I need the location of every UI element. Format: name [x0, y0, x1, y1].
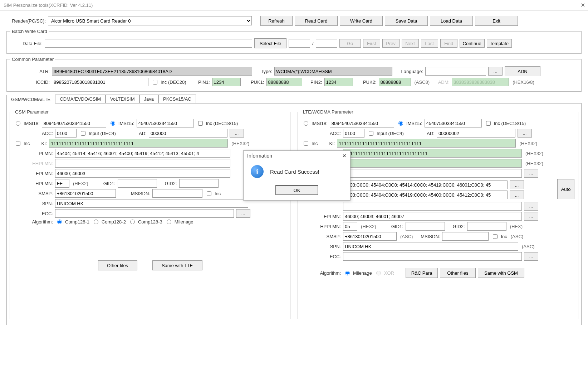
batch-page1-input[interactable]: [289, 39, 310, 48]
prev-button[interactable]: Prev: [382, 39, 400, 48]
gsm-ki-inc-checkbox[interactable]: [16, 141, 20, 146]
lte-ki-inc-checkbox[interactable]: [304, 141, 308, 146]
adm-input[interactable]: [452, 78, 509, 86]
gsm-msisdn-input[interactable]: [152, 189, 202, 198]
gsm-ad-ellipsis-button[interactable]: ...: [230, 129, 244, 138]
atr-input[interactable]: [52, 67, 252, 76]
last-button[interactable]: Last: [421, 39, 438, 48]
save-data-button[interactable]: Save Data: [385, 16, 428, 26]
dialog-close-icon[interactable]: ✕: [342, 153, 347, 159]
lte-ecc-input[interactable]: [343, 252, 522, 261]
lte-fplmn-input[interactable]: [343, 212, 522, 221]
gsm-gid2-input[interactable]: [179, 179, 219, 188]
read-card-button[interactable]: Read Card: [295, 16, 338, 26]
lte-ki-input[interactable]: [337, 139, 516, 148]
first-button[interactable]: First: [363, 39, 380, 48]
lte-partial3-ellipsis-button[interactable]: ...: [524, 202, 538, 211]
tab-gsm-wcdma-lte[interactable]: GSM/WCDMA/LTE: [6, 95, 55, 103]
lte-row2-input[interactable]: [343, 191, 508, 199]
lte-fplmn-ellipsis-button[interactable]: ...: [524, 212, 538, 221]
adn-button[interactable]: ADN: [505, 66, 540, 76]
language-ellipsis-button[interactable]: ...: [488, 67, 503, 76]
type-input[interactable]: [274, 67, 392, 76]
gsm-acc-input[interactable]: [55, 129, 77, 138]
lte-imsi15-input[interactable]: [425, 119, 482, 127]
lte-same-gsm-button[interactable]: Same with GSM: [478, 268, 524, 278]
gsm-other-files-button[interactable]: Other files: [98, 260, 137, 270]
reader-select[interactable]: Alcor Micro USB Smart Card Reader 0: [48, 16, 252, 25]
tab-volte-isim[interactable]: VoLTE/ISIM: [106, 95, 139, 103]
gsm-alg-comp1281-radio[interactable]: [57, 220, 62, 224]
lte-hpplmn-input[interactable]: [343, 222, 357, 231]
lte-partial1-input[interactable]: [343, 169, 522, 178]
exit-button[interactable]: Exit: [475, 16, 518, 26]
batch-page2-input[interactable]: [316, 39, 337, 48]
lte-partial1-ellipsis-button[interactable]: ...: [524, 169, 538, 178]
lte-ad-input[interactable]: [437, 129, 515, 138]
lte-opc-input[interactable]: [343, 149, 522, 158]
lte-msisdn-input[interactable]: [442, 232, 489, 241]
lte-field3-input[interactable]: [343, 159, 522, 168]
gsm-spn-input[interactable]: [55, 199, 248, 208]
data-file-input[interactable]: [45, 39, 252, 48]
gsm-ecc-ellipsis-button[interactable]: ...: [236, 209, 250, 218]
lte-msisdn-inc-checkbox[interactable]: [493, 234, 498, 239]
lte-auto-button[interactable]: Auto: [557, 179, 574, 199]
iccid-input[interactable]: [52, 78, 148, 86]
gsm-imsi15-input[interactable]: [137, 119, 194, 127]
refresh-button[interactable]: Refresh: [260, 16, 293, 26]
gsm-smsp-input[interactable]: [55, 189, 116, 198]
gsm-fplmn-input[interactable]: [55, 169, 230, 178]
tab-pkcs15-ac[interactable]: PKCS#15/AC: [158, 95, 196, 103]
lte-row2-ellipsis-button[interactable]: ...: [510, 191, 524, 199]
lte-smsp-input[interactable]: [343, 232, 397, 241]
lte-imsi18-input[interactable]: [330, 119, 394, 127]
lte-imsi15-radio[interactable]: [398, 121, 403, 126]
lte-partial3-input[interactable]: [343, 202, 522, 211]
tab-java[interactable]: Java: [139, 95, 158, 103]
gsm-ecc-input[interactable]: [55, 209, 234, 218]
template-button[interactable]: Template: [487, 39, 512, 48]
gsm-alg-comp1283-radio[interactable]: [130, 220, 135, 224]
close-icon[interactable]: ✕: [580, 2, 585, 9]
lte-imsi18-radio[interactable]: [304, 121, 308, 126]
gsm-hplmn-input[interactable]: [55, 179, 69, 188]
gsm-same-lte-button[interactable]: Same with LTE: [152, 260, 202, 270]
load-data-button[interactable]: Load Data: [430, 16, 473, 26]
lte-rc-para-button[interactable]: R&C Para: [406, 268, 438, 278]
language-input[interactable]: [425, 67, 486, 76]
write-card-button[interactable]: Write Card: [340, 16, 383, 26]
gsm-ehplmn-input[interactable]: [55, 159, 230, 168]
lte-ecc-ellipsis-button[interactable]: ...: [524, 252, 538, 261]
gsm-imsi15-radio[interactable]: [111, 121, 115, 126]
gsm-msisdn-inc-checkbox[interactable]: [207, 191, 211, 196]
continue-button[interactable]: Continue: [460, 39, 485, 48]
gsm-imsi18-radio[interactable]: [16, 121, 20, 126]
gsm-alg-milenage-radio[interactable]: [167, 220, 171, 224]
gsm-plmn-input[interactable]: [55, 149, 230, 158]
inc-dec20-checkbox[interactable]: [153, 80, 157, 85]
puk1-input[interactable]: [266, 78, 302, 86]
lte-inc-dec-checkbox[interactable]: [486, 121, 491, 126]
gsm-ki-input[interactable]: [49, 139, 228, 148]
gsm-imsi18-input[interactable]: [42, 119, 106, 127]
pin2-input[interactable]: [324, 78, 353, 86]
tab-cdma-evdo-csim[interactable]: CDMA/EVDO/CSIM: [55, 95, 106, 103]
find-button[interactable]: Find: [440, 39, 457, 48]
lte-row1-input[interactable]: [343, 180, 508, 189]
select-file-button[interactable]: Select File: [254, 38, 286, 48]
gsm-alg-comp1282-radio[interactable]: [94, 220, 98, 224]
lte-spn-input[interactable]: [343, 242, 518, 251]
lte-ad-ellipsis-button[interactable]: ...: [518, 129, 532, 138]
gsm-inc-dec-checkbox[interactable]: [198, 121, 203, 126]
gsm-input-dec4-checkbox[interactable]: [81, 131, 85, 136]
gsm-ad-input[interactable]: [149, 129, 227, 138]
lte-alg-milenage-radio[interactable]: [345, 271, 350, 275]
lte-other-files-button[interactable]: Other files: [440, 268, 476, 278]
lte-gid1-input[interactable]: [406, 222, 445, 231]
pin1-input[interactable]: [212, 78, 241, 86]
lte-input-dec4-checkbox[interactable]: [369, 131, 373, 136]
lte-gid2-input[interactable]: [467, 222, 506, 231]
dialog-ok-button[interactable]: OK: [275, 185, 318, 195]
lte-row1-ellipsis-button[interactable]: ...: [510, 180, 524, 189]
